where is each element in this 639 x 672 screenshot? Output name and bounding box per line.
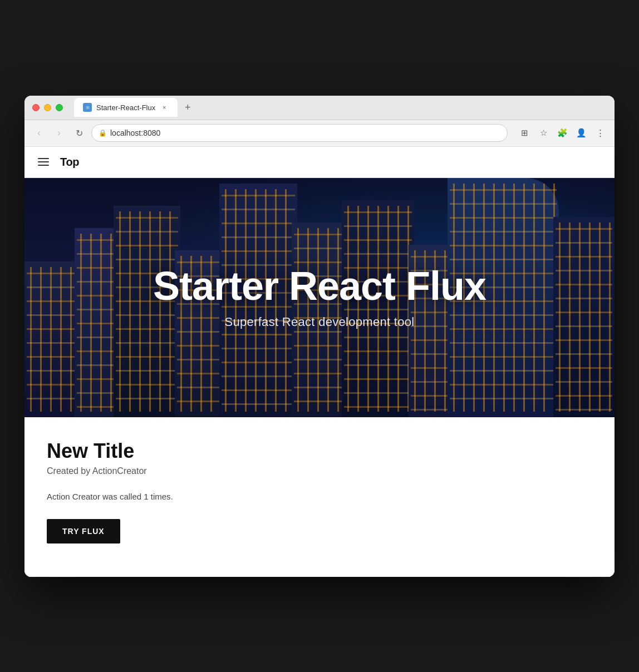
hamburger-line-2: [38, 161, 49, 162]
minimize-button[interactable]: [44, 104, 51, 111]
hamburger-line-1: [38, 158, 49, 159]
back-button[interactable]: ‹: [31, 125, 47, 141]
app-navbar: Top: [24, 147, 615, 178]
tab-title: Starter-React-Flux: [96, 103, 155, 112]
content-subtitle: Created by ActionCreator: [47, 466, 592, 476]
active-tab[interactable]: ⚛ Starter-React-Flux ×: [74, 98, 178, 117]
url-bar[interactable]: 🔒 localhost:8080: [91, 124, 508, 142]
nav-brand: Top: [60, 156, 79, 169]
tab-close-button[interactable]: ×: [160, 103, 169, 112]
translate-icon[interactable]: ⊞: [517, 125, 532, 141]
maximize-button[interactable]: [56, 104, 63, 111]
tab-bar: ⚛ Starter-React-Flux × +: [74, 98, 607, 117]
reload-button[interactable]: ↻: [71, 125, 87, 141]
forward-button[interactable]: ›: [51, 125, 67, 141]
content-title: New Title: [47, 439, 592, 463]
extension-icon[interactable]: 🧩: [554, 125, 570, 141]
menu-icon[interactable]: ⋮: [592, 125, 608, 141]
browser-content: Top Starter React Flux Superfast React d…: [24, 147, 615, 577]
profile-icon[interactable]: 👤: [573, 125, 589, 141]
hero-title: Starter React Flux: [153, 266, 486, 306]
action-count-text: Action Creator was called 1 times.: [47, 492, 592, 501]
hamburger-line-3: [38, 165, 49, 166]
hamburger-button[interactable]: [36, 156, 51, 168]
lock-icon: 🔒: [99, 129, 107, 137]
mac-window: ⚛ Starter-React-Flux × + ‹ › ↻ 🔒 localho…: [24, 96, 615, 577]
hero-section: Starter React Flux Superfast React devel…: [24, 178, 615, 417]
close-button[interactable]: [32, 104, 40, 111]
try-flux-button[interactable]: TRY FLUX: [47, 519, 120, 543]
content-section: New Title Created by ActionCreator Actio…: [24, 417, 615, 577]
address-bar: ‹ › ↻ 🔒 localhost:8080 ⊞ ☆ 🧩 👤 ⋮: [24, 120, 615, 147]
new-tab-button[interactable]: +: [180, 100, 195, 115]
hero-content: Starter React Flux Superfast React devel…: [24, 178, 615, 417]
tab-favicon: ⚛: [83, 103, 92, 112]
url-text: localhost:8080: [110, 129, 160, 137]
bookmark-icon[interactable]: ☆: [535, 125, 551, 141]
title-bar: ⚛ Starter-React-Flux × +: [24, 96, 615, 120]
address-bar-actions: ⊞ ☆ 🧩 👤 ⋮: [517, 125, 608, 141]
hero-subtitle: Superfast React development tool: [224, 315, 414, 329]
traffic-lights: [32, 104, 63, 111]
